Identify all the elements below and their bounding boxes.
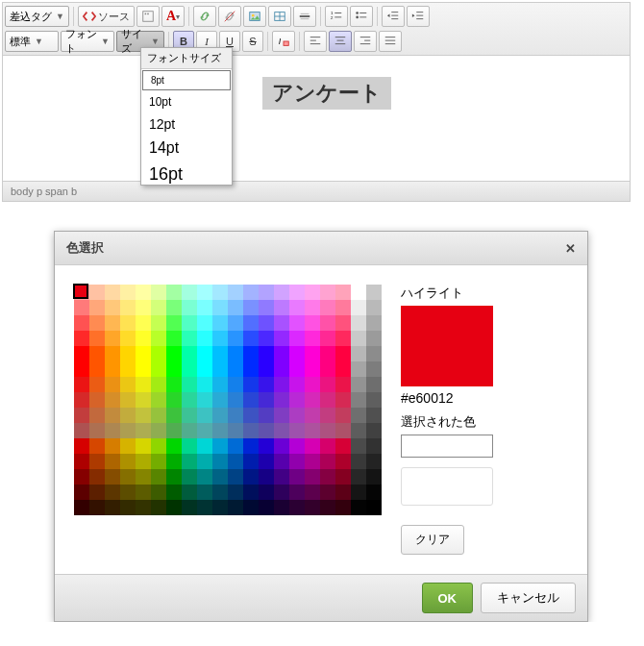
color-swatch[interactable] — [197, 500, 212, 515]
color-swatch[interactable] — [305, 361, 320, 377]
color-swatch[interactable] — [243, 285, 259, 300]
color-swatch[interactable] — [274, 285, 289, 300]
color-swatch[interactable] — [305, 377, 320, 392]
color-swatch[interactable] — [120, 392, 136, 408]
color-swatch[interactable] — [366, 361, 382, 377]
color-swatch[interactable] — [335, 361, 351, 377]
color-swatch[interactable] — [105, 392, 120, 408]
color-swatch[interactable] — [259, 346, 274, 361]
color-swatch[interactable] — [136, 300, 151, 315]
color-swatch[interactable] — [166, 438, 182, 454]
color-swatch[interactable] — [289, 285, 305, 300]
color-swatch[interactable] — [320, 484, 335, 500]
color-swatch[interactable] — [89, 315, 105, 331]
color-swatch[interactable] — [228, 377, 243, 392]
fontsize-option[interactable]: 8pt — [142, 70, 231, 90]
color-swatch[interactable] — [182, 361, 197, 377]
color-swatch[interactable] — [351, 361, 366, 377]
color-swatch[interactable] — [274, 423, 289, 438]
color-swatch[interactable] — [151, 423, 166, 438]
color-swatch[interactable] — [166, 315, 182, 331]
color-swatch[interactable] — [197, 346, 212, 361]
color-swatch[interactable] — [259, 392, 274, 408]
content-heading[interactable]: アンケート — [262, 77, 391, 110]
color-swatch[interactable] — [228, 500, 243, 515]
color-swatch[interactable] — [212, 377, 228, 392]
color-swatch[interactable] — [243, 346, 259, 361]
color-swatch[interactable] — [259, 469, 274, 484]
color-swatch[interactable] — [305, 331, 320, 346]
color-swatch[interactable] — [105, 500, 120, 515]
color-swatch[interactable] — [305, 392, 320, 408]
color-swatch[interactable] — [120, 454, 136, 469]
color-swatch[interactable] — [166, 454, 182, 469]
color-swatch[interactable] — [305, 300, 320, 315]
color-swatch[interactable] — [259, 408, 274, 423]
color-swatch[interactable] — [182, 500, 197, 515]
color-swatch[interactable] — [259, 423, 274, 438]
color-swatch[interactable] — [366, 423, 382, 438]
color-swatch[interactable] — [197, 454, 212, 469]
cancel-button[interactable]: キャンセル — [481, 583, 576, 613]
color-swatch[interactable] — [243, 392, 259, 408]
color-swatch[interactable] — [243, 300, 259, 315]
color-swatch[interactable] — [335, 500, 351, 515]
color-swatch[interactable] — [320, 438, 335, 454]
image-button[interactable] — [243, 6, 266, 27]
color-swatch[interactable] — [182, 285, 197, 300]
source-button[interactable]: ソース — [78, 6, 135, 27]
color-swatch[interactable] — [166, 331, 182, 346]
color-swatch[interactable] — [305, 423, 320, 438]
color-swatch[interactable] — [89, 484, 105, 500]
color-swatch[interactable] — [274, 454, 289, 469]
color-swatch[interactable] — [197, 408, 212, 423]
color-swatch[interactable] — [351, 423, 366, 438]
color-swatch[interactable] — [351, 392, 366, 408]
color-swatch[interactable] — [228, 346, 243, 361]
color-swatch[interactable] — [320, 377, 335, 392]
color-swatch[interactable] — [212, 484, 228, 500]
color-swatch[interactable] — [120, 423, 136, 438]
color-swatch[interactable] — [274, 392, 289, 408]
color-swatch[interactable] — [351, 454, 366, 469]
color-swatch[interactable] — [228, 285, 243, 300]
color-swatch[interactable] — [74, 346, 89, 361]
element-path[interactable]: body p span b — [3, 181, 630, 201]
color-swatch[interactable] — [243, 331, 259, 346]
color-swatch[interactable] — [197, 300, 212, 315]
color-swatch[interactable] — [335, 454, 351, 469]
color-swatch[interactable] — [366, 285, 382, 300]
align-left-button[interactable] — [304, 31, 327, 52]
color-swatch[interactable] — [289, 454, 305, 469]
color-swatch[interactable] — [197, 315, 212, 331]
color-swatch[interactable] — [320, 408, 335, 423]
color-swatch[interactable] — [274, 408, 289, 423]
color-swatch[interactable] — [120, 315, 136, 331]
color-swatch[interactable] — [151, 361, 166, 377]
color-swatch[interactable] — [166, 500, 182, 515]
color-swatch[interactable] — [320, 285, 335, 300]
color-swatch[interactable] — [182, 469, 197, 484]
close-icon[interactable]: ✕ — [565, 241, 576, 256]
color-swatch[interactable] — [151, 500, 166, 515]
color-swatch[interactable] — [182, 438, 197, 454]
color-swatch[interactable] — [259, 285, 274, 300]
color-swatch[interactable] — [289, 300, 305, 315]
color-swatch[interactable] — [320, 331, 335, 346]
color-swatch[interactable] — [228, 454, 243, 469]
color-swatch[interactable] — [351, 500, 366, 515]
color-swatch[interactable] — [197, 392, 212, 408]
color-swatch[interactable] — [105, 285, 120, 300]
color-swatch[interactable] — [274, 469, 289, 484]
color-swatch[interactable] — [136, 454, 151, 469]
color-swatch[interactable] — [105, 438, 120, 454]
color-swatch[interactable] — [89, 469, 105, 484]
color-swatch[interactable] — [136, 361, 151, 377]
color-swatch[interactable] — [105, 454, 120, 469]
color-swatch[interactable] — [305, 285, 320, 300]
color-swatch[interactable] — [228, 484, 243, 500]
color-swatch[interactable] — [320, 392, 335, 408]
merge-tag-dropdown[interactable]: 差込タグ▼ — [5, 6, 69, 27]
fontsize-list[interactable]: 8pt10pt12pt14pt16pt — [141, 69, 232, 185]
color-swatch[interactable] — [366, 469, 382, 484]
